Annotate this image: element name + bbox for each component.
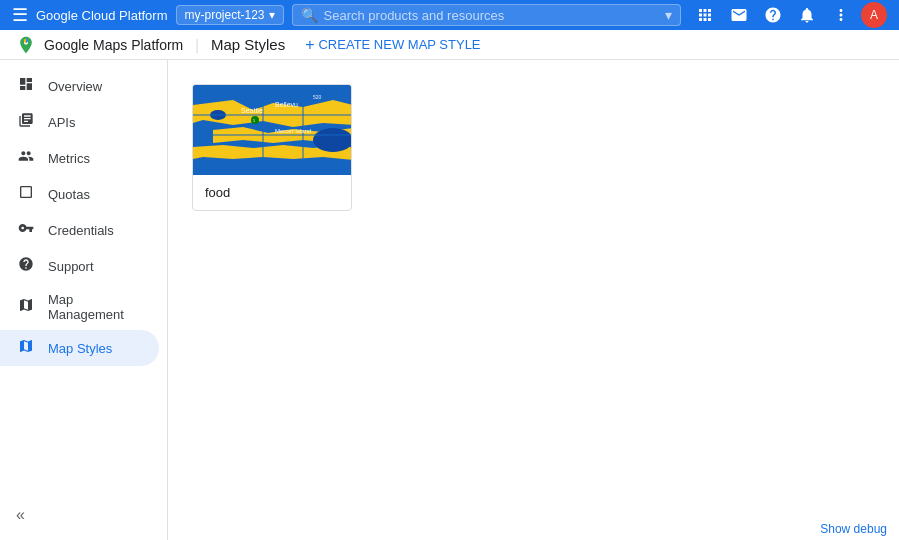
svg-point-4: [313, 128, 352, 152]
sidebar-item-map-management-label: Map Management: [48, 292, 143, 322]
project-selector-chevron: ▾: [269, 8, 275, 22]
create-btn-label: CREATE NEW MAP STYLE: [318, 37, 480, 52]
sidebar: Overview APIs Metrics Quotas Credentials: [0, 60, 168, 540]
gcp-title: Google Cloud Platform: [36, 8, 168, 23]
svg-text:520: 520: [313, 94, 322, 100]
overview-icon: [16, 76, 36, 96]
second-navigation-bar: Google Maps Platform | Map Styles + CREA…: [0, 30, 899, 60]
sidebar-collapse-button[interactable]: «: [0, 498, 41, 532]
maps-logo-icon: [16, 35, 36, 55]
search-chevron-icon: ▾: [665, 7, 672, 23]
create-new-map-style-button[interactable]: + CREATE NEW MAP STYLE: [297, 32, 488, 58]
map-management-icon: [16, 297, 36, 317]
project-name: my-project-123: [185, 8, 265, 22]
more-icon[interactable]: [827, 1, 855, 29]
sidebar-item-overview[interactable]: Overview: [0, 68, 159, 104]
credentials-icon: [16, 220, 36, 240]
map-style-label: food: [193, 175, 351, 210]
sidebar-item-credentials-label: Credentials: [48, 223, 114, 238]
sidebar-item-overview-label: Overview: [48, 79, 102, 94]
main-content: Seattle Bellevu Mercer Island 5 520 food: [168, 60, 899, 540]
maps-platform-title: Google Maps Platform: [44, 37, 183, 53]
metrics-icon: [16, 148, 36, 168]
sidebar-item-quotas-label: Quotas: [48, 187, 90, 202]
quotas-icon: [16, 184, 36, 204]
sidebar-item-apis[interactable]: APIs: [0, 104, 159, 140]
map-preview-svg: Seattle Bellevu Mercer Island 5 520: [193, 85, 352, 175]
avatar[interactable]: A: [861, 2, 887, 28]
svg-text:Mercer Island: Mercer Island: [275, 128, 311, 134]
project-selector[interactable]: my-project-123 ▾: [176, 5, 284, 25]
apps-icon[interactable]: [691, 1, 719, 29]
sidebar-item-support-label: Support: [48, 259, 94, 274]
sidebar-item-credentials[interactable]: Credentials: [0, 212, 159, 248]
top-navigation-bar: ☰ Google Cloud Platform my-project-123 ▾…: [0, 0, 899, 30]
map-preview-thumbnail: Seattle Bellevu Mercer Island 5 520: [193, 85, 352, 175]
page-layout: Overview APIs Metrics Quotas Credentials: [0, 60, 899, 540]
hamburger-menu-icon[interactable]: ☰: [12, 4, 28, 26]
sidebar-item-map-styles[interactable]: Map Styles: [0, 330, 159, 366]
maps-logo: Google Maps Platform: [16, 35, 183, 55]
page-title: Map Styles: [211, 36, 285, 53]
email-icon[interactable]: [725, 1, 753, 29]
map-styles-icon: [16, 338, 36, 358]
svg-text:Seattle: Seattle: [241, 107, 263, 114]
sidebar-item-metrics[interactable]: Metrics: [0, 140, 159, 176]
map-style-card[interactable]: Seattle Bellevu Mercer Island 5 520 food: [192, 84, 352, 211]
top-bar-left: ☰ Google Cloud Platform my-project-123 ▾…: [12, 4, 681, 26]
create-icon: +: [305, 36, 314, 54]
sidebar-item-quotas[interactable]: Quotas: [0, 176, 159, 212]
search-bar[interactable]: 🔍 ▾: [292, 4, 681, 26]
support-icon: [16, 256, 36, 276]
collapse-icon: «: [16, 506, 25, 523]
sidebar-item-support[interactable]: Support: [0, 248, 159, 284]
help-icon[interactable]: [759, 1, 787, 29]
sidebar-item-map-styles-label: Map Styles: [48, 341, 112, 356]
search-icon: 🔍: [301, 7, 318, 23]
search-input[interactable]: [324, 8, 659, 23]
sidebar-item-map-management[interactable]: Map Management: [0, 284, 159, 330]
top-bar-right: A: [691, 1, 887, 29]
sidebar-item-metrics-label: Metrics: [48, 151, 90, 166]
show-debug-button[interactable]: Show debug: [808, 518, 899, 540]
svg-text:Bellevu: Bellevu: [275, 101, 298, 108]
sidebar-item-apis-label: APIs: [48, 115, 75, 130]
apis-icon: [16, 112, 36, 132]
notifications-icon[interactable]: [793, 1, 821, 29]
